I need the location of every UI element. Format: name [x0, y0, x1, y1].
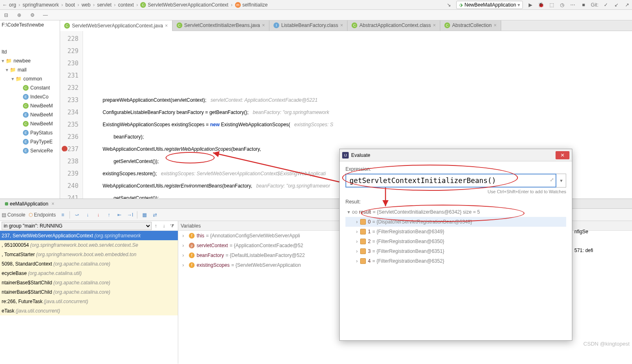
file-icon: I: [273, 22, 279, 28]
debug-icon[interactable]: 🐞: [538, 2, 544, 8]
result-item[interactable]: ›3= {FilterRegistrationBean@6351}: [345, 246, 566, 256]
close-icon[interactable]: ×: [494, 22, 497, 28]
tree-class[interactable]: EPayStatus: [0, 128, 60, 137]
git-commit-icon[interactable]: ✓: [603, 2, 609, 8]
editor-tab[interactable]: CAbstractCollection×: [440, 20, 501, 31]
evaluate-titlebar[interactable]: IJ Evaluate ✕: [340, 149, 572, 161]
tab-label: ServletWebServerApplicationContext.java: [72, 23, 163, 29]
tree-class[interactable]: EIndexCo: [0, 92, 60, 101]
expression-label: Expression:: [345, 166, 566, 172]
endpoints-tab[interactable]: ⬡Endpoints: [29, 212, 56, 218]
file-icon: C: [444, 22, 450, 28]
settings-gear-icon[interactable]: ⚙: [29, 11, 36, 19]
tree-item[interactable]: ▾📁common: [0, 74, 60, 83]
crumb[interactable]: org: [8, 2, 17, 8]
close-icon[interactable]: ×: [262, 22, 265, 28]
frame-row[interactable]: ecycleBase(org.apache.catalina.util): [0, 268, 178, 278]
watch-hint: Use Ctrl+Shift+Enter to add to Watches: [345, 189, 566, 194]
project-tree[interactable]: F:\CodeTest\newbe ltd ▾📁newbee ▾📁mall ▾📁…: [0, 20, 60, 199]
frame-row[interactable]: 237, ServletWebServerApplicationContext(…: [0, 231, 178, 240]
thread-select[interactable]: in group "main": RUNNING: [2, 222, 152, 230]
result-item[interactable]: ›2= {FilterRegistrationBean@6350}: [345, 237, 566, 246]
coverage-icon[interactable]: ⬚: [548, 2, 555, 8]
editor-tab[interactable]: CAbstractApplicationContext.class×: [347, 20, 440, 31]
crumb-method[interactable]: mselfInitialize: [234, 2, 269, 8]
crumb[interactable]: web: [81, 2, 91, 8]
tree-class[interactable]: CNewBeeM: [0, 119, 60, 128]
crumb[interactable]: springframework: [22, 2, 60, 8]
tree-class[interactable]: EPayTypeE: [0, 137, 60, 146]
step-over-icon[interactable]: ⤻: [73, 211, 81, 219]
result-label: Result:: [345, 199, 566, 205]
frame-row[interactable]: , TomcatStarter(org.springframework.boot…: [0, 250, 178, 259]
result-item[interactable]: ›4= {FilterRegistrationBean@6352}: [345, 256, 566, 266]
tab-label: ServletContextInitializerBeans.java: [184, 22, 260, 28]
frame-row[interactable]: ntainerBase$StartChild(org.apache.catali…: [0, 278, 178, 287]
frame-row[interactable]: ntainerBase$StartChild(org.apache.catali…: [0, 287, 178, 297]
tree-class[interactable]: CNewBeeM: [0, 101, 60, 110]
frames-panel[interactable]: in group "main": RUNNING ↑ ↓ ⧩ 237, Serv…: [0, 221, 178, 364]
close-icon[interactable]: ✕: [556, 151, 569, 159]
trace-icon[interactable]: ⇄: [151, 211, 159, 219]
filter-icon[interactable]: ⧩: [168, 223, 176, 229]
crumb[interactable]: servlet: [96, 2, 112, 8]
debug-session-tab[interactable]: eeMallApplication×: [2, 201, 57, 207]
profile-icon[interactable]: ◷: [559, 2, 565, 8]
tree-class[interactable]: ENewBeeM: [0, 110, 60, 119]
attach-icon[interactable]: ⋯: [569, 2, 576, 8]
tree-item[interactable]: ▾📁mall: [0, 65, 60, 74]
run-to-cursor-icon[interactable]: →I: [126, 211, 134, 219]
tree-class[interactable]: EServiceRe: [0, 146, 60, 155]
result-item[interactable]: ›1= {FilterRegistrationBean@6349}: [345, 227, 566, 237]
frame-row[interactable]: eTask(java.util.concurrent): [0, 306, 178, 315]
frame-row[interactable]: re:266, FutureTask(java.util.concurrent): [0, 297, 178, 306]
gutter[interactable]: 2282292302312322332342352362372382392402…: [60, 31, 83, 199]
hide-icon[interactable]: —: [42, 11, 49, 19]
drop-frame-icon[interactable]: ⇤: [116, 211, 123, 219]
tab-label: ListableBeanFactory.class: [281, 22, 338, 28]
close-icon[interactable]: ×: [165, 23, 168, 29]
tree-root[interactable]: F:\CodeTest\newbe: [0, 20, 60, 29]
git-push-icon[interactable]: ↗: [624, 2, 630, 8]
tree-item[interactable]: ltd: [0, 47, 60, 56]
close-icon[interactable]: ×: [433, 22, 436, 28]
run-icon[interactable]: ▶: [527, 2, 533, 8]
force-step-into-icon[interactable]: ↓: [94, 211, 102, 219]
git-update-icon[interactable]: ↙: [613, 2, 620, 8]
crumb[interactable]: boot: [65, 2, 76, 8]
run-config-combo[interactable]: ⬗NewBeeMallApplication▾: [456, 1, 523, 9]
close-icon[interactable]: ×: [340, 22, 343, 28]
evaluate-dialog[interactable]: IJ Evaluate ✕ Expression: ⤢ ▾ Use Ctrl+S…: [339, 149, 572, 341]
result-tree[interactable]: ▾ooresult= {ServletContextInitializerBea…: [345, 207, 566, 266]
threads-icon[interactable]: ≡: [59, 211, 66, 219]
evaluate-icon[interactable]: ▦: [141, 211, 148, 219]
tree-class[interactable]: CConstant: [0, 83, 60, 92]
crumb[interactable]: context: [117, 2, 135, 8]
expand-icon[interactable]: ⤢: [550, 177, 554, 183]
next-frame-icon[interactable]: ↓: [160, 223, 168, 229]
expression-input[interactable]: [345, 174, 556, 188]
stop-icon[interactable]: ■: [580, 2, 587, 8]
collapse-icon[interactable]: ⊟: [2, 11, 10, 19]
watermark: CSDN @kingtopest: [583, 341, 630, 347]
history-dropdown-icon[interactable]: ▾: [556, 174, 566, 188]
frame-row[interactable]: 5098, StandardContext(org.apache.catalin…: [0, 259, 178, 268]
editor-tab[interactable]: CServletWebServerApplicationContext.java…: [60, 20, 173, 31]
tool-window-toolbar: ⊟ ⊕ ⚙ —: [0, 10, 632, 20]
expand-icon[interactable]: ⊕: [16, 11, 23, 19]
result-item[interactable]: ›0= {DispatcherServletRegistrationBean@6…: [345, 217, 566, 227]
step-out-icon[interactable]: ↑: [105, 211, 112, 219]
breadcrumb-bar: ← org› springframework› boot› web› servl…: [0, 0, 632, 10]
crumb-class[interactable]: CServletWebServerApplicationContext: [139, 2, 229, 8]
tree-item[interactable]: ▾📁newbee: [0, 56, 60, 65]
toolbar-right: ↘ ⬗NewBeeMallApplication▾ ▶ 🐞 ⬚ ◷ ⋯ ■ Gi…: [446, 1, 630, 9]
editor-tab[interactable]: IListableBeanFactory.class×: [269, 20, 347, 31]
editor-tab[interactable]: CServletContextInitializerBeans.java×: [173, 20, 269, 31]
frame-row[interactable]: , 951000054(org.springframework.boot.web…: [0, 240, 178, 250]
prev-frame-icon[interactable]: ↑: [152, 223, 160, 229]
step-into-icon[interactable]: ↓: [84, 211, 91, 219]
console-tab[interactable]: ▤Console: [2, 212, 25, 218]
crumb-back-icon[interactable]: ←: [2, 2, 8, 8]
build-icon[interactable]: ↘: [446, 2, 452, 8]
file-icon: C: [352, 22, 357, 28]
